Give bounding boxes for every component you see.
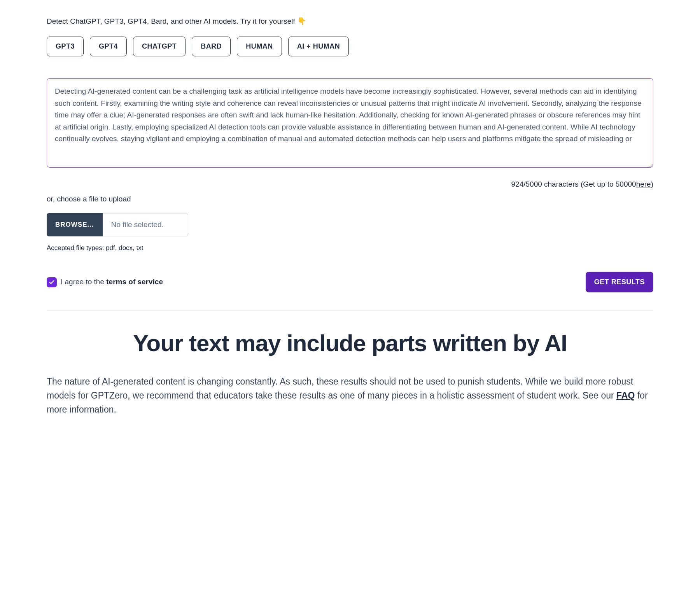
tos-link[interactable]: terms of service <box>106 278 163 286</box>
tos-text: I agree to the terms of service <box>61 276 163 288</box>
file-status: No file selected. <box>103 213 188 236</box>
accepted-file-types: Accepted file types: pdf, docx, txt <box>47 243 653 253</box>
char-counter-suffix: ) <box>651 178 653 190</box>
result-body-pre: The nature of AI-generated content is ch… <box>47 376 633 400</box>
example-chips-row: GPT3 GPT4 CHATGPT BARD HUMAN AI + HUMAN <box>47 37 653 56</box>
browse-button[interactable]: BROWSE... <box>47 213 103 236</box>
get-results-button[interactable]: GET RESULTS <box>586 272 653 292</box>
result-body: The nature of AI-generated content is ch… <box>47 375 653 416</box>
text-input[interactable] <box>47 78 653 168</box>
tos-prefix: I agree to the <box>61 278 106 286</box>
page-subtitle: Detect ChatGPT, GPT3, GPT4, Bard, and ot… <box>47 16 653 27</box>
divider <box>47 310 653 311</box>
tos-checkbox[interactable] <box>47 277 57 287</box>
upgrade-link[interactable]: here <box>636 178 651 190</box>
chip-chatgpt[interactable]: CHATGPT <box>133 37 186 56</box>
faq-link[interactable]: FAQ <box>616 390 635 400</box>
file-upload-row: BROWSE... No file selected. <box>47 213 653 236</box>
check-icon <box>49 279 55 285</box>
chip-ai-human[interactable]: AI + HUMAN <box>288 37 349 56</box>
chip-bard[interactable]: BARD <box>192 37 231 56</box>
chip-gpt3[interactable]: GPT3 <box>47 37 84 56</box>
upload-label: or, choose a file to upload <box>47 193 653 205</box>
char-counter-row: 924/5000 characters (Get up to 50000 her… <box>47 178 653 190</box>
result-heading: Your text may include parts written by A… <box>47 330 653 356</box>
chip-gpt4[interactable]: GPT4 <box>90 37 127 56</box>
chip-human[interactable]: HUMAN <box>237 37 282 56</box>
char-counter-text: 924/5000 characters (Get up to 50000 <box>511 178 636 190</box>
